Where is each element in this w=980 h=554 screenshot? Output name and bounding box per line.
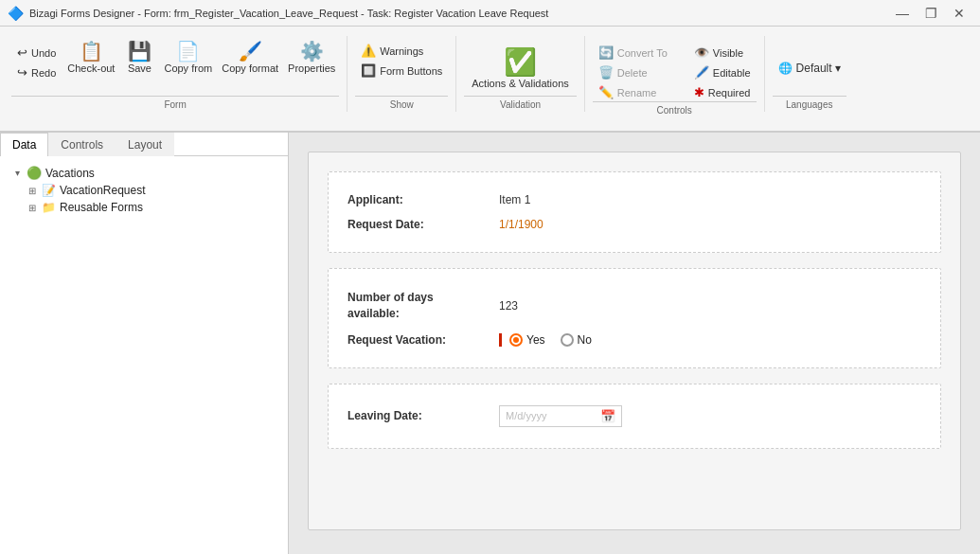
delete-icon: 🗑️ — [598, 65, 614, 80]
form-section-3: Leaving Date: M/d/yyyy 📅 — [328, 384, 941, 449]
title-bar: 🔷 Bizagi Forms Designer - Form: frm_Regi… — [0, 0, 980, 27]
ribbon-group-languages: 🌐 Default ▾ Languages — [765, 36, 854, 112]
value-request-date: 1/1/1900 — [499, 218, 543, 231]
calendar-icon: 📅 — [600, 409, 615, 423]
copy-format-button[interactable]: 🖌️ Copy format — [218, 40, 282, 76]
restore-button[interactable]: ❐ — [918, 3, 944, 24]
form-group-label: Form — [11, 96, 339, 112]
validation-group-label: Validation — [464, 96, 577, 112]
form-icon-vacation-request: 📝 — [42, 184, 56, 197]
copy-from-icon: 📄 — [176, 42, 200, 61]
language-default-button[interactable]: 🌐 Default ▾ — [773, 58, 846, 79]
rename-icon: ✏️ — [598, 85, 614, 99]
save-button[interactable]: 💾 Save — [120, 40, 158, 76]
form-section-2: Number of daysavailable: 123 Request Vac… — [328, 268, 941, 368]
label-days-available: Number of daysavailable: — [347, 290, 499, 322]
radio-circle-yes — [509, 333, 523, 347]
checkout-icon: 📋 — [80, 42, 103, 61]
form-canvas: Applicant: Item 1 Request Date: 1/1/1900… — [308, 152, 961, 530]
save-icon: 💾 — [128, 42, 151, 61]
copy-format-icon: 🖌️ — [239, 42, 262, 61]
form-buttons-button[interactable]: 🔲 Form Buttons — [355, 62, 448, 80]
label-request-date: Request Date: — [347, 218, 499, 231]
convert-icon: 🔄 — [598, 45, 614, 60]
label-request-vacation: Request Vacation: — [347, 333, 499, 347]
form-row-leaving-date: Leaving Date: M/d/yyyy 📅 — [347, 400, 921, 433]
date-placeholder: M/d/yyyy — [506, 410, 546, 421]
languages-group-label: Languages — [773, 96, 846, 112]
canvas-area: Applicant: Item 1 Request Date: 1/1/1900… — [289, 133, 980, 554]
ribbon-group-show: ⚠️ Warnings 🔲 Form Buttons Show — [347, 36, 456, 112]
required-icon: ✱ — [694, 85, 704, 99]
close-button[interactable]: ✕ — [946, 3, 972, 24]
visible-icon: 👁️ — [694, 45, 709, 60]
rename-button[interactable]: ✏️ Rename — [593, 83, 673, 101]
radio-yes[interactable]: Yes — [509, 333, 545, 347]
folder-icon-reusable: 📁 — [42, 201, 56, 214]
check-icon: ✅ — [504, 46, 537, 78]
editable-icon: 🖊️ — [694, 65, 709, 80]
warning-icon: ⚠️ — [361, 44, 376, 58]
form-section-1: Applicant: Item 1 Request Date: 1/1/1900 — [328, 171, 941, 253]
controls-group-label: Controls — [593, 101, 757, 117]
ribbon-group-controls: 🔄 Convert To 🗑️ Delete ✏️ Rename 👁️ — [585, 36, 765, 112]
required-button[interactable]: ✱ Required — [688, 83, 757, 101]
label-applicant: Applicant: — [347, 193, 499, 206]
form-row-request-vacation: Request Vacation: Yes No — [347, 328, 921, 352]
actions-validations-button[interactable]: ✅ Actions & Validations — [464, 43, 577, 93]
tree-item-vacation-request[interactable]: ⊞ 📝 VacationRequest — [8, 182, 280, 199]
radio-dot-yes — [513, 337, 519, 343]
panel-tabs: Data Controls Layout — [0, 133, 288, 156]
tree-root[interactable]: ▾ 🟢 Vacations — [8, 164, 280, 182]
label-leaving-date: Leaving Date: — [347, 409, 499, 422]
visible-button[interactable]: 👁️ Visible — [688, 44, 757, 62]
properties-icon: ⚙️ — [300, 42, 324, 61]
panel-data-content: ▾ 🟢 Vacations ⊞ 📝 VacationRequest ⊞ 📁 Re… — [0, 156, 288, 554]
expander-root[interactable]: ▾ — [11, 168, 23, 178]
form-row-applicant: Applicant: Item 1 — [347, 188, 921, 212]
tab-layout[interactable]: Layout — [116, 133, 174, 156]
warnings-button[interactable]: ⚠️ Warnings — [355, 42, 448, 60]
app-title: Bizagi Forms Designer - Form: frm_Regist… — [29, 8, 548, 19]
ribbon: ↩ Undo ↪ Redo 📋 Check-out 💾 Save — [0, 27, 980, 133]
expander-vacation-request[interactable]: ⊞ — [27, 186, 38, 196]
checkout-button[interactable]: 📋 Check-out — [63, 40, 118, 76]
folder-icon: 🟢 — [27, 166, 42, 180]
form-buttons-icon: 🔲 — [361, 63, 376, 78]
undo-icon: ↩ — [17, 45, 27, 60]
tree-root-label: Vacations — [45, 167, 95, 180]
properties-button[interactable]: ⚙️ Properties — [284, 40, 339, 76]
tree-item-reusable-forms[interactable]: ⊞ 📁 Reusable Forms — [8, 199, 280, 216]
undo-button[interactable]: ↩ Undo — [11, 44, 62, 62]
tree-label-vacation-request: VacationRequest — [60, 184, 146, 197]
value-days-available: 123 — [499, 299, 518, 313]
radio-no[interactable]: No — [561, 333, 592, 347]
tab-controls[interactable]: Controls — [48, 133, 116, 156]
expander-reusable-forms[interactable]: ⊞ — [27, 203, 38, 213]
leaving-date-input[interactable]: M/d/yyyy 📅 — [499, 405, 622, 427]
redo-icon: ↪ — [17, 65, 27, 80]
left-panel: Data Controls Layout ▾ 🟢 Vacations ⊞ 📝 V… — [0, 133, 289, 554]
minimize-button[interactable]: — — [889, 3, 916, 24]
tree-label-reusable-forms: Reusable Forms — [60, 201, 143, 214]
show-group-label: Show — [355, 96, 448, 112]
undo-redo-group: ↩ Undo ↪ Redo — [11, 40, 62, 81]
delete-button[interactable]: 🗑️ Delete — [593, 63, 673, 81]
copy-from-button[interactable]: 📄 Copy from — [160, 40, 216, 76]
editable-button[interactable]: 🖊️ Editable — [688, 63, 757, 81]
form-row-request-date: Request Date: 1/1/1900 — [347, 212, 921, 237]
app-icon: 🔷 — [8, 6, 24, 21]
convert-to-button[interactable]: 🔄 Convert To — [593, 44, 673, 62]
value-applicant: Item 1 — [499, 193, 530, 206]
radio-circle-no — [561, 333, 574, 347]
ribbon-group-form: ↩ Undo ↪ Redo 📋 Check-out 💾 Save — [4, 36, 347, 112]
ribbon-group-validation: ✅ Actions & Validations Validation — [456, 36, 585, 112]
globe-icon: 🌐 — [778, 62, 793, 75]
tab-data[interactable]: Data — [0, 133, 48, 156]
form-row-days: Number of daysavailable: 123 — [347, 284, 921, 328]
radio-group-vacation: Yes No — [499, 333, 592, 347]
main-content: Data Controls Layout ▾ 🟢 Vacations ⊞ 📝 V… — [0, 133, 980, 554]
redo-button[interactable]: ↪ Redo — [11, 63, 62, 81]
